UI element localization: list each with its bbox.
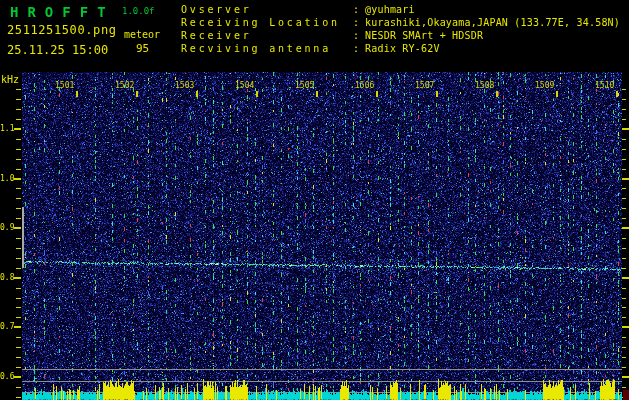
info-label: Receiving Location: [181, 17, 353, 28]
x-axis-time-label: 1505: [295, 81, 314, 90]
info-value: Radix RY-62V: [365, 43, 440, 54]
x-axis-time-label: 1503: [175, 81, 194, 90]
info-value: @yuhmari: [365, 4, 415, 15]
spectrogram-canvas: [0, 0, 629, 400]
x-axis-time-label: 1509: [535, 81, 554, 90]
x-axis-time-label: 1506: [355, 81, 374, 90]
info-label: Receiver: [181, 30, 353, 41]
x-axis-time-label: 1508: [475, 81, 494, 90]
observation-datetime: 25.11.25 15:00: [7, 44, 108, 56]
info-value: NESDR SMArt + HDSDR: [365, 30, 483, 41]
y-axis-tick-label: 0.6: [0, 372, 14, 381]
info-row-location: Receiving Location:kurashiki,Okayama,JAP…: [181, 17, 620, 30]
info-row-observer: Ovserver:@yuhmari: [181, 4, 620, 17]
info-value: kurashiki,Okayama,JAPAN (133.77E, 34.58N…: [365, 17, 620, 28]
info-separator: :: [353, 4, 365, 15]
y-axis-tick-label: 0.9: [0, 223, 14, 232]
y-axis-tick-label: 0.8: [0, 273, 14, 282]
info-label: Recviving antenna: [181, 43, 353, 54]
output-filename: 2511251500.png: [7, 24, 117, 36]
info-separator: :: [353, 43, 365, 54]
x-axis-time-label: 1502: [115, 81, 134, 90]
x-axis-time-label: 1510: [595, 81, 614, 90]
info-row-antenna: Recviving antenna:Radix RY-62V: [181, 43, 620, 56]
x-axis-time-label: 1507: [415, 81, 434, 90]
y-axis-tick-label: 0.7: [0, 322, 14, 331]
info-separator: :: [353, 30, 365, 41]
x-axis-time-label: 1504: [235, 81, 254, 90]
info-label: Ovserver: [181, 4, 353, 15]
info-separator: :: [353, 17, 365, 28]
bottom-right-marker: [623, 390, 629, 400]
y-axis-tick-label: 1.1: [0, 124, 14, 133]
y-axis-tick-label: 1.0: [0, 174, 14, 183]
info-row-receiver: Receiver:NESDR SMArt + HDSDR: [181, 30, 620, 43]
echo-count: 95: [136, 43, 149, 54]
app-version: 1.0.0f: [122, 7, 155, 16]
app-title: HROFFT: [10, 5, 115, 19]
station-label: meteor: [124, 30, 160, 40]
hrofft-image: HROFFT 1.0.0f 2511251500.png meteor 25.1…: [0, 0, 629, 400]
x-axis-time-label: 1501: [55, 81, 74, 90]
y-axis-unit-label: kHz: [1, 75, 19, 85]
observer-info-block: Ovserver:@yuhmari Receiving Location:kur…: [181, 4, 620, 56]
